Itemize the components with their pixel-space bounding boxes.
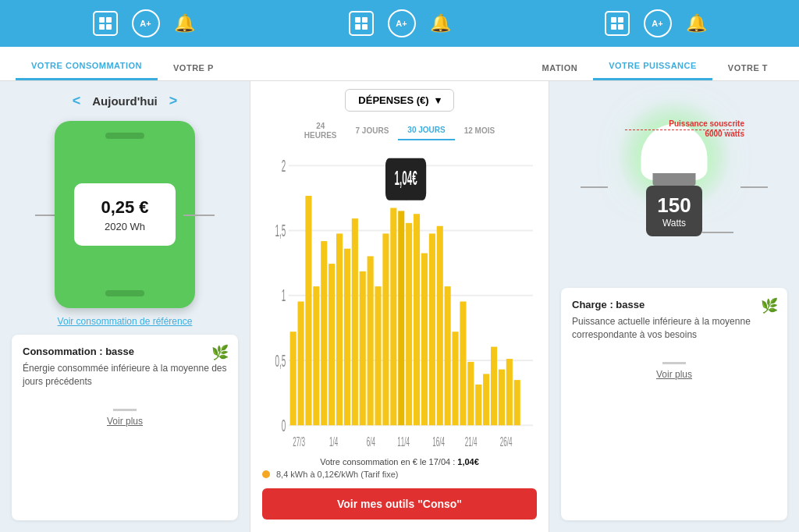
svg-text:21/4: 21/4 [465,434,478,449]
grid-icon-1[interactable] [93,11,118,36]
bulb-watts: 150 [657,193,691,218]
grid-icon-2[interactable] [349,11,374,36]
tab-mation[interactable]: MATION [527,55,594,80]
svg-rect-49 [499,370,505,426]
svg-rect-40 [429,233,435,425]
svg-rect-27 [328,264,335,425]
svg-rect-34 [382,233,389,425]
svg-rect-32 [368,256,374,425]
main-content: < Aujourd'hui > 0,25 € 2020 Wh Voir cons… [0,81,799,532]
svg-rect-38 [414,214,420,425]
right-voir-plus[interactable]: Voir plus [572,369,776,380]
svg-text:26/4: 26/4 [500,434,513,449]
svg-rect-5 [362,17,368,23]
time-tabs: 24HEURES 7 JOURS 30 JOURS 12 MOIS [262,118,537,144]
next-day-button[interactable]: > [169,93,178,109]
prev-day-button[interactable]: < [73,93,81,109]
right-card-text: Puissance actuelle inférieure à la moyen… [572,315,776,342]
tab-24h[interactable]: 24HEURES [295,118,346,144]
tab-votre-t[interactable]: VOTRE T [712,55,783,80]
svg-rect-47 [483,374,489,425]
svg-text:0,5: 0,5 [275,351,286,370]
svg-rect-4 [355,17,360,23]
svg-rect-50 [506,359,513,425]
nav-group-center: A+ 🔔 [349,9,451,37]
bulb-widget: Puissance souscrite6000 watts 150 Watts [604,97,744,276]
dropdown-chevron-icon: ▾ [435,94,441,106]
eco-icon-left: 🌿 [211,344,229,361]
svg-rect-41 [437,226,443,425]
tabs-bar: VOTRE CONSOMMATION VOTRE P MATION VOTRE … [0,47,799,81]
svg-text:6/4: 6/4 [367,434,376,449]
tab-30j[interactable]: 30 JOURS [398,122,454,140]
power-label: Puissance souscrite6000 watts [669,119,744,139]
tab-puissance[interactable]: VOTRE PUISSANCE [593,53,712,80]
svg-rect-48 [491,347,497,426]
svg-rect-6 [355,24,360,30]
bottom-label-text: Votre consommation en € le 17/04 : [320,457,457,466]
avatar-1[interactable]: A+ [132,9,160,37]
eco-icon-right: 🌿 [761,297,778,314]
tab-12m[interactable]: 12 MOIS [455,122,504,140]
phone-bottom-bar [105,290,144,296]
right-panel: Puissance souscrite6000 watts 150 Watts … [549,81,799,532]
svg-rect-46 [475,385,481,425]
phone-wh: 2020 Wh [105,221,145,232]
ref-link[interactable]: Voir consommation de référence [12,316,238,327]
phone-screen: 0,25 € 2020 Wh [74,183,176,246]
dropdown-button[interactable]: DÉPENSES (€) ▾ [345,89,453,112]
svg-text:2: 2 [282,157,286,176]
svg-rect-35 [390,208,396,426]
svg-rect-24 [305,196,311,425]
svg-rect-11 [618,24,623,30]
left-info-card: Consommation : basse 🌿 Énergie consommée… [12,335,238,520]
grid-icon-3[interactable] [605,11,630,36]
bottom-value: 1,04€ [457,457,479,466]
svg-rect-39 [421,254,428,426]
avatar-2[interactable]: A+ [388,9,416,37]
svg-rect-0 [99,17,105,23]
phone-price: 0,25 € [101,197,148,218]
dropdown-label: DÉPENSES (€) [358,94,428,106]
tarif-text: 8,4 kWh à 0,12€/kWh (Tarif fixe) [276,470,399,479]
svg-rect-10 [611,24,616,30]
svg-rect-7 [362,24,368,30]
current-day: Aujourd'hui [92,94,158,108]
right-info-card: Charge : basse 🌿 Puissance actuelle infé… [561,288,787,520]
avatar-3[interactable]: A+ [644,9,672,37]
svg-text:16/4: 16/4 [432,434,445,449]
svg-rect-36 [398,211,404,425]
svg-text:1,04€: 1,04€ [394,167,417,189]
center-top: DÉPENSES (€) ▾ [262,89,537,112]
svg-rect-29 [344,249,350,425]
phone-widget: 0,25 € 2020 Wh [55,121,195,308]
nav-group-left: A+ 🔔 [93,9,195,37]
svg-rect-44 [460,302,466,426]
tab-votre-p[interactable]: VOTRE P [158,55,229,80]
svg-rect-9 [618,17,623,23]
svg-rect-42 [445,286,451,425]
bell-icon-3[interactable]: 🔔 [686,13,707,34]
svg-rect-26 [321,241,327,425]
svg-rect-51 [514,380,520,425]
tab-7j[interactable]: 7 JOURS [346,122,399,140]
svg-rect-28 [336,233,343,425]
nav-group-right: A+ 🔔 [605,9,707,37]
right-card-title: Charge : basse [572,299,776,310]
tab-consommation[interactable]: VOTRE CONSOMMATION [16,53,158,80]
svg-text:1,5: 1,5 [275,222,286,240]
tarif-row: 8,4 kWh à 0,12€/kWh (Tarif fixe) [262,470,537,479]
svg-rect-43 [453,332,459,425]
bell-icon-1[interactable]: 🔔 [174,13,195,34]
svg-rect-30 [352,218,358,425]
cta-button[interactable]: Voir mes outils "Conso" [262,488,537,520]
svg-rect-37 [406,223,412,425]
bulb-watts-label: Watts [662,218,686,229]
top-nav: A+ 🔔 A+ 🔔 A+ 🔔 [0,0,799,47]
left-voir-plus[interactable]: Voir plus [23,416,227,427]
svg-rect-45 [467,362,474,425]
svg-text:1: 1 [282,286,286,305]
svg-rect-3 [106,24,112,30]
bell-icon-2[interactable]: 🔔 [430,13,451,34]
chart-bottom: Votre consommation en € le 17/04 : 1,04€… [262,452,537,524]
